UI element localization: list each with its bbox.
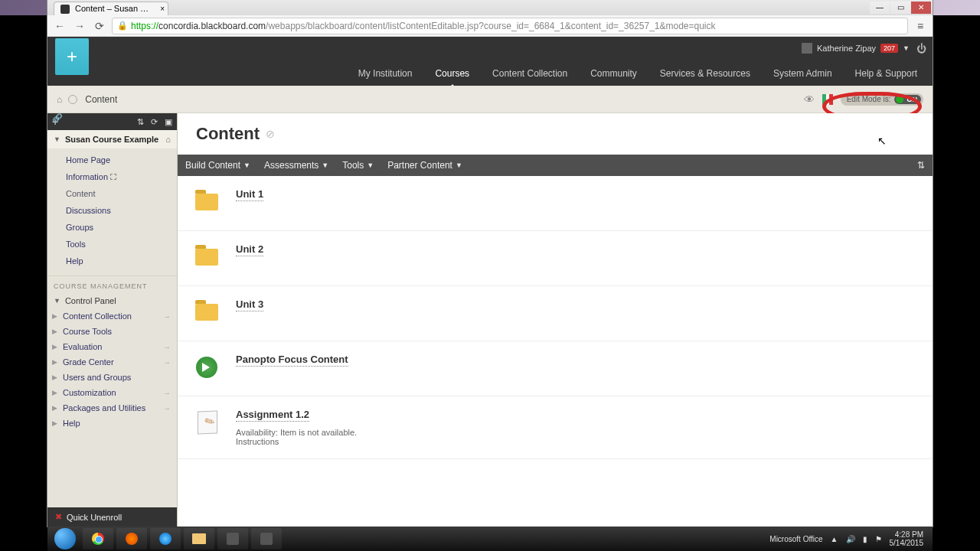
tray-action-center-icon[interactable]: ⚑ [875, 535, 882, 543]
content-item-title[interactable]: Unit 2 [236, 243, 263, 256]
panopto-icon [196, 357, 217, 378]
collapse-icon: ▼ [54, 297, 60, 305]
taskbar-app1[interactable] [217, 528, 248, 549]
sidebar-folder-button[interactable]: ▣ [165, 117, 172, 126]
edit-mode-toggle[interactable]: Edit Mode is: ON [841, 93, 923, 106]
page-header: Content ⊘ [178, 113, 933, 155]
control-panel-menu: ▶Content Collection→ ▶Course Tools ▶Eval… [47, 308, 177, 431]
cp-help[interactable]: ▶Help [47, 416, 177, 431]
tab-close-icon[interactable]: × [160, 5, 165, 13]
cp-evaluation[interactable]: ▶Evaluation→ [47, 339, 177, 354]
breadcrumb-divider-icon [68, 95, 77, 104]
go-icon[interactable]: → [163, 358, 171, 367]
window-minimize-button[interactable]: — [870, 2, 890, 14]
window-maximize-button[interactable]: ▭ [890, 2, 910, 14]
content-item-title[interactable]: Unit 3 [236, 298, 263, 311]
chevron-down-icon: ▼ [456, 161, 462, 169]
sidebar-refresh-button[interactable]: ⟳ [151, 117, 158, 126]
home-icon[interactable]: ⌂ [57, 94, 62, 105]
nav-content-collection[interactable]: Content Collection [492, 68, 567, 83]
edit-mode-state: ON [905, 96, 920, 103]
taskbar-ie[interactable] [150, 528, 181, 549]
taskbar-firefox[interactable] [116, 528, 147, 549]
content-item[interactable]: Unit 1 [178, 176, 933, 231]
content-item-title[interactable]: Unit 1 [236, 188, 263, 201]
logout-button[interactable]: ⏻ [916, 43, 926, 54]
cp-grade-center[interactable]: ▶Grade Center→ [47, 354, 177, 370]
user-menu[interactable]: Katherine Zipay 207 ▼ [802, 43, 910, 54]
control-panel-title[interactable]: ▼ Control Panel [47, 293, 177, 308]
page-options-icon[interactable]: ⊘ [266, 128, 275, 140]
nav-community[interactable]: Community [590, 68, 637, 83]
tray-expand-icon[interactable]: ▲ [831, 535, 838, 543]
cp-course-tools[interactable]: ▶Course Tools [47, 324, 177, 339]
taskbar-app2[interactable] [251, 528, 282, 549]
menu-help[interactable]: Help [47, 253, 177, 269]
tools-menu[interactable]: Tools▼ [342, 160, 374, 171]
expand-icon: ▶ [52, 404, 57, 412]
page-title: Content [196, 124, 260, 144]
quick-unenroll-button[interactable]: ✖ Quick Unenroll [47, 507, 177, 527]
content-item[interactable]: Assignment 1.2 Availability: Item is not… [178, 396, 933, 459]
cp-content-collection[interactable]: ▶Content Collection→ [47, 308, 177, 324]
assessments-menu[interactable]: Assessments▼ [264, 160, 328, 171]
partner-content-menu[interactable]: Partner Content▼ [387, 160, 462, 171]
cp-packages-utilities[interactable]: ▶Packages and Utilities→ [47, 400, 177, 416]
student-preview-button[interactable]: 👁 [804, 93, 815, 106]
reorder-button[interactable]: ⇅ [917, 160, 925, 171]
forward-button[interactable]: → [72, 18, 87, 34]
cp-users-groups[interactable]: ▶Users and Groups [47, 370, 177, 385]
browser-tab[interactable]: Content – Susan Course E × [54, 2, 168, 15]
tray-volume-icon[interactable]: 🔊 [846, 535, 855, 543]
expand-icon: ▶ [52, 312, 57, 320]
windows-taskbar: Microsoft Office ▲ 🔊 ▮ ⚑ 4:28 PM 5/14/20… [47, 527, 933, 551]
address-bar[interactable]: 🔒 https://concordia.blackboard.com/webap… [112, 18, 908, 34]
course-title[interactable]: ▼ Susan Course Example ⌂ [47, 130, 177, 148]
toggle-indicator-icon [896, 96, 903, 103]
nav-courses[interactable]: Courses [435, 68, 469, 83]
nav-services-resources[interactable]: Services & Resources [660, 68, 750, 83]
tray-app-label[interactable]: Microsoft Office [769, 535, 822, 543]
window-close-button[interactable]: ✕ [911, 2, 931, 14]
favicon-icon [60, 5, 70, 14]
nav-system-admin[interactable]: System Admin [773, 68, 832, 83]
content-item-title[interactable]: Assignment 1.2 [236, 409, 309, 422]
menu-content[interactable]: Content [47, 185, 177, 202]
permalink-icon[interactable]: 🔗 [52, 113, 63, 123]
taskbar-explorer[interactable] [184, 528, 214, 549]
go-icon[interactable]: → [163, 312, 171, 321]
content-item-title[interactable]: Panopto Focus Content [236, 354, 348, 367]
go-icon[interactable]: → [163, 389, 171, 397]
taskbar-clock[interactable]: 4:28 PM 5/14/2015 [890, 530, 924, 547]
build-content-menu[interactable]: Build Content▼ [185, 160, 250, 171]
start-button[interactable] [51, 527, 80, 550]
taskbar-chrome[interactable] [83, 528, 113, 549]
cp-customization[interactable]: ▶Customization→ [47, 385, 177, 400]
content-item[interactable]: Panopto Focus Content [178, 341, 933, 396]
top-nav: My Institution Courses Content Collectio… [358, 66, 917, 86]
chrome-menu-button[interactable]: ≡ [913, 20, 928, 32]
menu-home-page[interactable]: Home Page [47, 152, 177, 168]
go-icon[interactable]: → [163, 343, 171, 351]
reload-button[interactable]: ⟳ [92, 18, 107, 34]
go-icon[interactable]: → [163, 404, 171, 412]
add-module-button[interactable]: + [55, 38, 89, 75]
menu-groups[interactable]: Groups [47, 219, 177, 236]
nav-my-institution[interactable]: My Institution [358, 68, 413, 83]
course-theme-button[interactable] [822, 94, 833, 105]
folder-icon [192, 533, 206, 544]
menu-information[interactable]: Information [47, 168, 177, 185]
course-home-icon[interactable]: ⌂ [165, 135, 171, 144]
user-name: Katherine Zipay [817, 44, 876, 53]
tray-network-icon[interactable]: ▮ [863, 535, 867, 543]
menu-tools[interactable]: Tools [47, 236, 177, 253]
sidebar-reorder-button[interactable]: ⇅ [137, 117, 144, 126]
expand-icon: ▶ [52, 389, 57, 396]
content-action-bar: Build Content▼ Assessments▼ Tools▼ Partn… [178, 155, 933, 176]
content-item[interactable]: Unit 3 [178, 286, 933, 341]
blackboard-app: + Katherine Zipay 207 ▼ ⏻ My Institution… [47, 37, 933, 527]
nav-help-support[interactable]: Help & Support [855, 68, 917, 83]
back-button[interactable]: ← [52, 18, 67, 34]
menu-discussions[interactable]: Discussions [47, 202, 177, 219]
content-item[interactable]: Unit 2 [178, 231, 933, 286]
